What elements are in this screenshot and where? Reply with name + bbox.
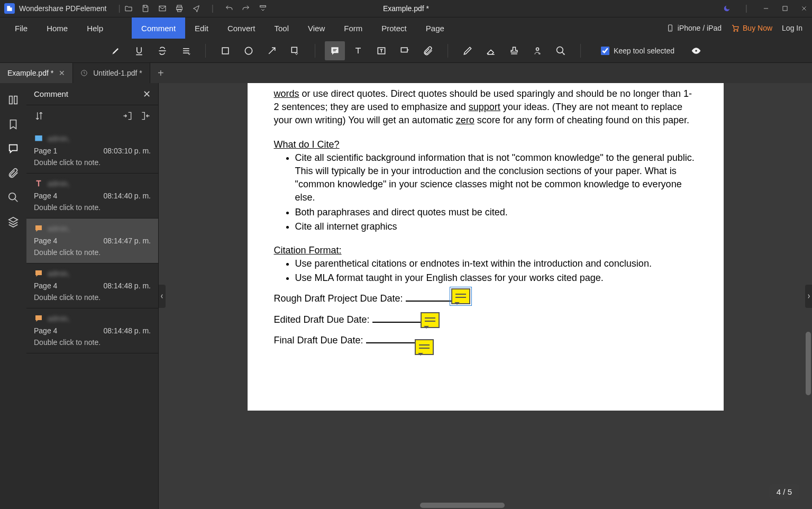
save-icon[interactable] (141, 4, 150, 13)
strikethrough-tool[interactable] (152, 41, 172, 60)
add-tab-button[interactable]: + (150, 63, 171, 83)
highlight-tool[interactable] (106, 41, 126, 60)
list-item: Both paraphrases and direct quotes must … (295, 206, 697, 219)
svg-rect-23 (401, 48, 407, 52)
menu-convert[interactable]: Convert (218, 17, 265, 39)
document-viewport[interactable]: words or use direct quotes. Direct quote… (159, 83, 812, 509)
rectangle-tool[interactable] (215, 41, 235, 60)
menu-form[interactable]: Form (334, 17, 372, 39)
svg-rect-19 (291, 47, 297, 52)
comment-page: Page 4 (34, 326, 57, 335)
keep-tool-checkbox[interactable] (601, 47, 609, 55)
comment-time: 08:14:40 p. m. (103, 192, 151, 200)
menu-edit[interactable]: Edit (185, 17, 218, 39)
comment-item[interactable]: admin,Page 408:14:40 p. m.Double click t… (26, 174, 158, 219)
menu-file[interactable]: File (5, 17, 37, 39)
attachment-tool[interactable] (418, 41, 438, 60)
keep-tool-selected[interactable]: Keep tool selected (601, 47, 674, 55)
print-icon[interactable] (175, 4, 184, 13)
comment-panel: Comment ✕ admin,Page 108:03:10 p. m.Doub… (26, 83, 159, 509)
comment-item[interactable]: admin,Page 108:03:10 p. m.Double click t… (26, 129, 158, 174)
comments-icon[interactable] (6, 141, 21, 156)
shape-dropdown-tool[interactable] (285, 41, 305, 60)
sticky-note-annotation[interactable] (451, 288, 470, 304)
thumbnails-icon[interactable] (6, 93, 21, 107)
close-button[interactable] (800, 5, 808, 12)
menu-comment[interactable]: Comment (132, 17, 185, 39)
toolbar-divider (448, 44, 448, 58)
comment-page: Page 4 (34, 192, 57, 200)
maximize-button[interactable] (781, 5, 789, 12)
section-heading: What do I Cite? (274, 138, 697, 151)
wait-icon (80, 69, 88, 77)
eraser-tool[interactable] (481, 41, 501, 60)
open-folder-icon[interactable] (124, 4, 133, 13)
tab-untitled[interactable]: Untitled-1.pdf * (73, 63, 150, 83)
panel-close-icon[interactable]: ✕ (143, 88, 151, 100)
ellipse-tool[interactable] (239, 41, 259, 60)
expand-panel-handle[interactable] (805, 285, 812, 308)
callout-tool[interactable] (395, 41, 415, 60)
svg-line-18 (269, 48, 275, 54)
horizontal-scrollbar[interactable] (420, 503, 505, 508)
collapse-panel-handle[interactable] (159, 285, 166, 308)
svg-line-32 (15, 199, 18, 202)
comment-item[interactable]: admin,Page 408:14:48 p. m.Double click t… (26, 263, 158, 308)
sort-icon[interactable] (34, 111, 44, 123)
menu-page[interactable]: Page (416, 17, 454, 39)
quick-access-dropdown-icon[interactable] (258, 4, 268, 13)
section-heading: Citation Format: (274, 244, 697, 257)
minimize-button[interactable] (762, 5, 770, 12)
undo-icon[interactable] (224, 4, 234, 13)
hide-annotations-tool[interactable] (686, 41, 706, 60)
svg-point-24 (536, 48, 539, 50)
arrow-tool[interactable] (262, 41, 282, 60)
list-item: Cite all internet graphics (295, 220, 697, 233)
menu-protect[interactable]: Protect (372, 17, 416, 39)
sticky-note-annotation[interactable] (415, 339, 434, 355)
textbox-tool[interactable] (371, 41, 391, 60)
list-item: Cite all scientific background informati… (295, 151, 697, 205)
redo-icon[interactable] (241, 4, 251, 13)
svg-point-31 (9, 193, 16, 200)
pencil-tool[interactable] (458, 41, 478, 60)
night-mode-icon[interactable] (723, 5, 731, 12)
toolbar-divider (205, 44, 206, 58)
export-comments-icon[interactable] (140, 111, 151, 123)
bookmarks-icon[interactable] (6, 117, 21, 132)
menu-help[interactable]: Help (77, 17, 113, 39)
tab-label: Example.pdf * (7, 69, 53, 77)
import-comments-icon[interactable] (122, 111, 133, 123)
tab-example[interactable]: Example.pdf * ✕ (0, 63, 73, 83)
iphone-ipad-link[interactable]: iPhone / iPad (666, 24, 722, 32)
svg-point-25 (556, 47, 563, 53)
tab-label: Untitled-1.pdf * (93, 69, 142, 77)
buy-now-link[interactable]: Buy Now (731, 24, 772, 32)
comment-item[interactable]: admin,Page 408:14:47 p. m.Double click t… (26, 219, 158, 263)
share-icon[interactable] (191, 4, 201, 13)
layers-icon[interactable] (6, 214, 21, 229)
underline-tool[interactable] (129, 41, 149, 60)
comment-time: 08:14:48 p. m. (103, 281, 151, 290)
sticky-note-tool[interactable] (325, 41, 345, 60)
list-tool[interactable] (176, 41, 196, 60)
attachments-icon[interactable] (6, 166, 21, 180)
stamp-tool[interactable] (504, 41, 524, 60)
close-icon[interactable]: ✕ (59, 69, 65, 77)
comment-item[interactable]: admin,Page 408:14:48 p. m.Double click t… (26, 308, 158, 353)
sticky-note-annotation[interactable] (421, 312, 440, 328)
mail-icon[interactable] (158, 4, 167, 13)
app-logo (4, 3, 15, 14)
signature-tool[interactable] (527, 41, 548, 60)
search-icon[interactable] (6, 190, 21, 205)
typewriter-tool[interactable] (348, 41, 368, 60)
comment-type-icon (34, 224, 43, 233)
vertical-scrollbar[interactable] (806, 332, 811, 395)
menu-tool[interactable]: Tool (264, 17, 298, 39)
measure-tool[interactable] (551, 41, 571, 60)
login-link[interactable]: Log In (782, 24, 802, 32)
menu-view[interactable]: View (298, 17, 334, 39)
comment-hint: Double click to note. (34, 293, 151, 302)
page-text: score for any form of cheating found on … (475, 115, 689, 125)
menu-home[interactable]: Home (37, 17, 77, 39)
